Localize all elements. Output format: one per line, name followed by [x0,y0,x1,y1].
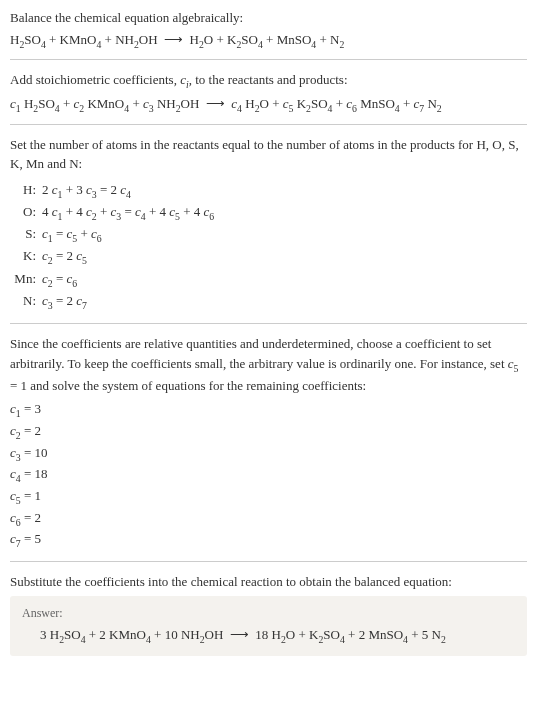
coeff-list: c1 = 3 c2 = 2 c3 = 10 c4 = 18 c5 = 1 c6 … [10,399,527,551]
solve-section: Since the coefficients are relative quan… [10,334,527,551]
atoms-label: S: [10,224,42,246]
atoms-text: Set the number of atoms in the reactants… [10,135,527,174]
atoms-eq: c2 = 2 c5 [42,246,527,268]
atoms-label: Mn: [10,269,42,291]
atoms-row: H: 2 c1 + 3 c3 = 2 c4 [10,180,527,202]
intro-section: Balance the chemical equation algebraica… [10,8,527,49]
coeff-row: c7 = 5 [10,529,527,551]
intro-text: Balance the chemical equation algebraica… [10,8,527,28]
atoms-row: K: c2 = 2 c5 [10,246,527,268]
answer-box: Answer: 3 H2SO4 + 2 KMnO4 + 10 NH2OH ⟶ 1… [10,596,527,657]
atoms-eq: c3 = 2 c7 [42,291,527,313]
atoms-row: S: c1 = c5 + c6 [10,224,527,246]
atoms-label: N: [10,291,42,313]
atoms-label: H: [10,180,42,202]
intro-equation: H2SO4 + KMnO4 + NH2OH ⟶ H2O + K2SO4 + Mn… [10,32,527,50]
atoms-label: K: [10,246,42,268]
divider [10,323,527,324]
atoms-row: O: 4 c1 + 4 c2 + c3 = c4 + 4 c5 + 4 c6 [10,202,527,224]
divider [10,124,527,125]
coeff-row: c5 = 1 [10,486,527,508]
add-coeff-section: Add stoichiometric coefficients, ci, to … [10,70,527,114]
divider [10,561,527,562]
answer-equation: 3 H2SO4 + 2 KMnO4 + 10 NH2OH ⟶ 18 H2O + … [22,627,515,645]
atoms-eq: c1 = c5 + c6 [42,224,527,246]
coeff-row: c4 = 18 [10,464,527,486]
add-coeff-equation: c1 H2SO4 + c2 KMnO4 + c3 NH2OH ⟶ c4 H2O … [10,96,527,114]
atoms-table: H: 2 c1 + 3 c3 = 2 c4 O: 4 c1 + 4 c2 + c… [10,180,527,313]
atoms-eq: 4 c1 + 4 c2 + c3 = c4 + 4 c5 + 4 c6 [42,202,527,224]
atoms-section: Set the number of atoms in the reactants… [10,135,527,313]
add-coeff-text: Add stoichiometric coefficients, ci, to … [10,70,527,92]
solve-text: Since the coefficients are relative quan… [10,334,527,395]
coeff-row: c2 = 2 [10,421,527,443]
answer-label: Answer: [22,606,515,621]
divider [10,59,527,60]
atoms-row: N: c3 = 2 c7 [10,291,527,313]
coeff-row: c1 = 3 [10,399,527,421]
substitute-section: Substitute the coefficients into the che… [10,572,527,592]
atoms-eq: 2 c1 + 3 c3 = 2 c4 [42,180,527,202]
coeff-row: c3 = 10 [10,443,527,465]
atoms-eq: c2 = c6 [42,269,527,291]
substitute-text: Substitute the coefficients into the che… [10,572,527,592]
atoms-label: O: [10,202,42,224]
atoms-row: Mn: c2 = c6 [10,269,527,291]
coeff-row: c6 = 2 [10,508,527,530]
